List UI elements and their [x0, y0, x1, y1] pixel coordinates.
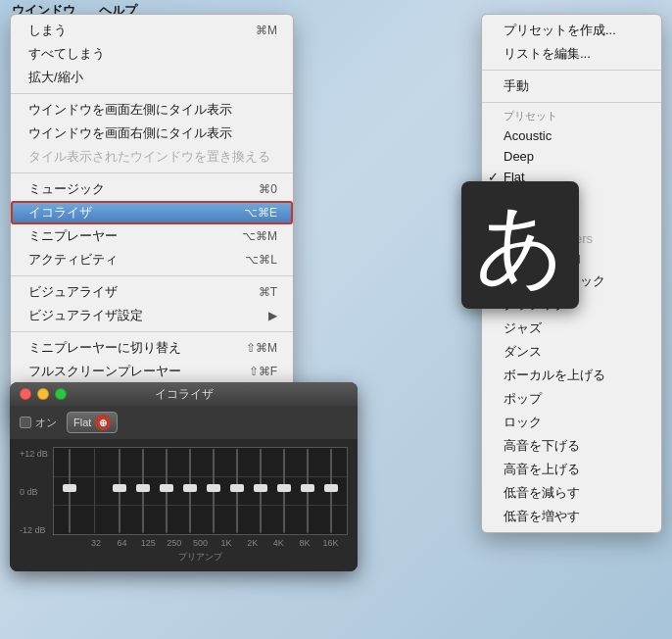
- eq-slider-32-thumb[interactable]: [113, 484, 126, 492]
- menu-item-activity[interactable]: アクティビティ ⌥⌘L: [11, 248, 293, 271]
- eq-db-bot: -12 dB: [20, 525, 49, 535]
- eq-slider-8k[interactable]: [307, 449, 309, 533]
- eq-main-area: +12 dB 0 dB -12 dB: [20, 447, 348, 548]
- eq-slider-1k-thumb[interactable]: [230, 484, 244, 492]
- right-menu-vocal-up[interactable]: ボーカルを上げる: [482, 364, 661, 387]
- menu-item-music[interactable]: ミュージック ⌘0: [11, 177, 293, 201]
- right-menu-bass-up[interactable]: 低音を増やす: [482, 505, 661, 528]
- menu-item-miniplayer[interactable]: ミニプレーヤー ⌥⌘M: [11, 224, 293, 248]
- eq-on-checkbox[interactable]: [20, 417, 31, 428]
- eq-freq-16k: 16K: [321, 538, 341, 548]
- right-menu-jazz[interactable]: ジャズ: [482, 317, 661, 340]
- right-menu-treble-down[interactable]: 高音を下げる: [482, 434, 661, 458]
- right-menu-rock[interactable]: ロック: [482, 411, 661, 434]
- eq-slider-1k[interactable]: [236, 449, 238, 533]
- eq-slider-16k-thumb[interactable]: [324, 484, 338, 492]
- right-menu-sep-1: [482, 70, 661, 71]
- eq-freq-8k: 8K: [295, 538, 314, 548]
- menu-separator-1: [11, 93, 293, 94]
- eq-preset-arrow[interactable]: ⊕: [95, 415, 111, 430]
- eq-sliders-container: [54, 448, 347, 534]
- right-menu-bass-down[interactable]: 低音を減らす: [482, 481, 661, 505]
- close-button[interactable]: [20, 388, 31, 400]
- menu-item-switch-mini[interactable]: ミニプレーヤーに切り替え ⇧⌘M: [11, 336, 293, 360]
- menu-item-zoom[interactable]: 拡大/縮小: [11, 66, 293, 89]
- menu-item-visualizer-settings[interactable]: ビジュアライザ設定 ▶: [11, 304, 293, 327]
- ime-character-popup: あ: [461, 181, 579, 309]
- eq-slider-125[interactable]: [166, 449, 168, 533]
- menu-separator-2: [11, 172, 293, 173]
- menu-separator-4: [11, 331, 293, 332]
- menu-item-visualizer[interactable]: ビジュアライザ ⌘T: [11, 280, 293, 304]
- eq-divider: [94, 449, 95, 533]
- eq-grid: [53, 447, 348, 535]
- menu-separator-3: [11, 275, 293, 276]
- right-menu-create-preset[interactable]: プリセットを作成...: [482, 19, 661, 42]
- right-menu-pop[interactable]: ポップ: [482, 387, 661, 411]
- eq-db-labels: +12 dB 0 dB -12 dB: [20, 447, 53, 535]
- right-menu-deep[interactable]: Deep: [482, 146, 661, 167]
- eq-slider-125-thumb[interactable]: [160, 484, 173, 492]
- eq-sliders-area: P 32 64 125 250 500 1K 2K 4K 8K 16K: [53, 447, 348, 548]
- right-menu-preset-header: プリセット: [482, 107, 661, 125]
- eq-slider-2k-thumb[interactable]: [254, 484, 267, 492]
- eq-freq-4k: 4K: [268, 538, 288, 548]
- eq-freq-125: 125: [138, 538, 158, 548]
- minimize-button[interactable]: [37, 388, 49, 400]
- eq-slider-preamp[interactable]: [69, 449, 71, 533]
- eq-freq-labels: P 32 64 125 250 500 1K 2K 4K 8K 16K: [53, 535, 348, 548]
- eq-on-label: オン: [35, 416, 57, 430]
- eq-slider-16k[interactable]: [330, 449, 332, 533]
- eq-slider-250-thumb[interactable]: [183, 484, 197, 492]
- right-menu-acoustic[interactable]: Acoustic: [482, 125, 661, 146]
- menu-item-tile-replace: タイル表示されたウインドウを置き換える: [11, 145, 293, 169]
- eq-controls-bar: オン Flat ⊕: [10, 406, 358, 439]
- eq-slider-2k[interactable]: [260, 449, 262, 533]
- eq-slider-32[interactable]: [119, 449, 120, 533]
- eq-freq-1k: 1K: [216, 538, 236, 548]
- eq-slider-8k-thumb[interactable]: [301, 484, 314, 492]
- eq-on-checkbox-label[interactable]: オン: [20, 416, 57, 430]
- eq-db-top: +12 dB: [20, 449, 49, 459]
- menu-item-tile-left[interactable]: ウインドウを画面左側にタイル表示: [11, 98, 293, 122]
- menu-item-equalizer[interactable]: イコライザ ⌥⌘E: [11, 201, 293, 224]
- eq-slider-4k-thumb[interactable]: [277, 484, 291, 492]
- eq-slider-250[interactable]: [189, 449, 191, 533]
- ime-character: あ: [475, 201, 565, 289]
- menu-item-fullscreen[interactable]: フルスクリーンプレーヤー ⇧⌘F: [11, 360, 293, 383]
- menu-item-close[interactable]: しまう ⌘M: [11, 19, 293, 42]
- eq-freq-32: 32: [86, 538, 106, 548]
- eq-freq-2k: 2K: [243, 538, 263, 548]
- menu-item-close-all[interactable]: すべてしまう: [11, 42, 293, 66]
- eq-slider-4k[interactable]: [283, 449, 285, 533]
- right-menu-treble-up[interactable]: 高音を上げる: [482, 458, 661, 481]
- eq-slider-preamp-track: [69, 449, 71, 533]
- right-menu-manual[interactable]: 手動: [482, 74, 661, 98]
- right-menu-edit-list[interactable]: リストを編集...: [482, 42, 661, 66]
- eq-slider-preamp-thumb[interactable]: [63, 484, 76, 492]
- right-menu-dance[interactable]: ダンス: [482, 340, 661, 364]
- eq-freq-500: 500: [190, 538, 210, 548]
- eq-slider-500[interactable]: [213, 449, 215, 533]
- eq-titlebar: イコライザ: [10, 382, 358, 406]
- right-menu-sep-2: [482, 102, 661, 103]
- window-menu-dropdown: しまう ⌘M すべてしまう 拡大/縮小 ウインドウを画面左側にタイル表示 ウイン…: [10, 14, 294, 420]
- eq-slider-64[interactable]: [142, 449, 144, 533]
- equalizer-window: イコライザ オン Flat ⊕ +12 dB 0 dB -12 dB: [10, 382, 358, 571]
- eq-body: +12 dB 0 dB -12 dB: [10, 439, 358, 571]
- eq-preset-value: Flat: [73, 417, 91, 428]
- eq-slider-500-thumb[interactable]: [207, 484, 220, 492]
- menu-item-tile-right[interactable]: ウインドウを画面右側にタイル表示: [11, 122, 293, 145]
- eq-preset-select[interactable]: Flat ⊕: [67, 412, 118, 433]
- eq-db-mid: 0 dB: [20, 487, 49, 497]
- eq-freq-250: 250: [165, 538, 184, 548]
- eq-window-title: イコライザ: [155, 386, 214, 403]
- maximize-button[interactable]: [55, 388, 67, 400]
- eq-preamp-label: プリアンプ: [20, 551, 348, 564]
- eq-slider-64-thumb[interactable]: [136, 484, 150, 492]
- eq-freq-64: 64: [113, 538, 132, 548]
